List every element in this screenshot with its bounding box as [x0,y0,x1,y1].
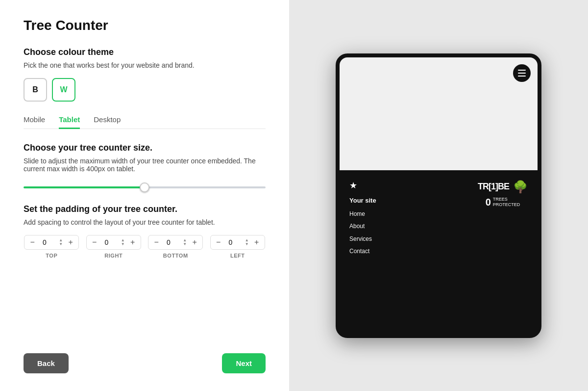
tablet-bottom: ★ Your site Home About Services Contact … [340,170,538,334]
padding-left-down[interactable]: ▼ [245,242,249,246]
padding-right-plus[interactable]: + [128,237,138,247]
padding-left-arrows: ▲ ▼ [245,238,249,246]
right-panel: ★ Your site Home About Services Contact … [289,0,588,391]
tablet-brand: TR[1]BE 🌳 0 TREESPROTECTED [478,180,528,208]
tab-tablet[interactable]: Tablet [59,115,80,129]
padding-left-plus[interactable]: + [252,237,262,247]
tablet-nav-services: Services [349,234,376,245]
padding-bottom-arrows: ▲ ▼ [183,238,187,246]
theme-buttons: B W [24,78,266,102]
tribe-logo: TR[1]BE [478,182,509,192]
tablet-nav-home: Home [349,209,376,220]
tablet-nav: ★ Your site Home About Services Contact [349,180,376,257]
padding-left-minus[interactable]: − [214,237,223,247]
padding-bottom: − ▲ ▼ + BOTTOM [147,235,204,259]
color-theme-subtitle: Pick the one that works best for your we… [24,61,266,69]
padding-top-arrows: ▲ ▼ [59,238,63,246]
padding-top-down[interactable]: ▼ [59,242,63,246]
color-theme-heading: Choose colour theme [24,47,266,57]
padding-left-input[interactable] [226,238,242,246]
bottom-buttons: Back Next [24,353,266,373]
tab-mobile[interactable]: Mobile [24,115,45,129]
size-heading: Choose your tree counter size. [24,143,266,153]
padding-bottom-minus[interactable]: − [151,237,161,247]
star-icon: ★ [349,180,376,191]
tribe-text: TR[1]BE [478,182,509,192]
tablet-screen [340,57,538,170]
tablet-menu-button[interactable] [513,64,531,82]
padding-right: − ▲ ▼ + RIGHT [86,235,142,259]
padding-right-arrows: ▲ ▼ [121,238,125,246]
padding-left: − ▲ ▼ + LEFT [210,235,266,259]
padding-heading: Set the padding of your tree counter. [24,204,266,214]
padding-bottom-plus[interactable]: + [190,237,199,247]
trees-label: TREESPROTECTED [493,197,520,208]
size-description: Slide to adjust the maximum width of you… [24,157,266,173]
padding-section: Set the padding of your tree counter. Ad… [24,204,266,259]
hamburger-icon [518,70,526,77]
tablet-mockup: ★ Your site Home About Services Contact … [336,53,541,338]
tree-icon: 🌳 [513,180,528,194]
padding-top-minus[interactable]: − [27,237,37,247]
padding-bottom-input[interactable] [164,238,180,246]
slider-container [24,182,266,190]
tablet-nav-about: About [349,221,376,232]
size-slider[interactable] [24,186,266,188]
padding-controls: − ▲ ▼ + TOP − ▲ ▼ [24,235,266,259]
padding-right-label: RIGHT [104,253,122,259]
padding-bottom-row: − ▲ ▼ + [148,235,203,250]
tablet-nav-contact: Contact [349,246,376,257]
padding-top-plus[interactable]: + [66,237,75,247]
padding-right-down[interactable]: ▼ [121,242,125,246]
page-title: Tree Counter [24,18,266,33]
color-theme-section: Choose colour theme Pick the one that wo… [24,47,266,115]
trees-protected: 0 TREESPROTECTED [486,197,520,208]
padding-top-input[interactable] [40,238,56,246]
theme-btn-w[interactable]: W [52,78,75,102]
padding-bottom-down[interactable]: ▼ [183,242,187,246]
padding-right-minus[interactable]: − [90,237,99,247]
size-section: Choose your tree counter size. Slide to … [24,143,266,190]
back-button[interactable]: Back [24,353,69,373]
theme-btn-b[interactable]: B [24,78,47,102]
padding-right-row: − ▲ ▼ + [86,235,141,250]
padding-description: Add spacing to control the layout of you… [24,218,266,226]
next-button[interactable]: Next [222,353,266,373]
device-tabs: Mobile Tablet Desktop [24,115,266,129]
padding-bottom-label: BOTTOM [163,253,188,259]
padding-left-label: LEFT [230,253,245,259]
padding-left-row: − ▲ ▼ + [210,235,265,250]
padding-top-row: − ▲ ▼ + [24,235,79,250]
padding-right-input[interactable] [102,238,118,246]
padding-top: − ▲ ▼ + TOP [24,235,80,259]
trees-count: 0 [486,197,491,208]
left-panel: Tree Counter Choose colour theme Pick th… [0,0,289,391]
tablet-site-name: Your site [349,197,376,204]
tab-desktop[interactable]: Desktop [94,115,121,129]
padding-top-label: TOP [46,253,57,259]
